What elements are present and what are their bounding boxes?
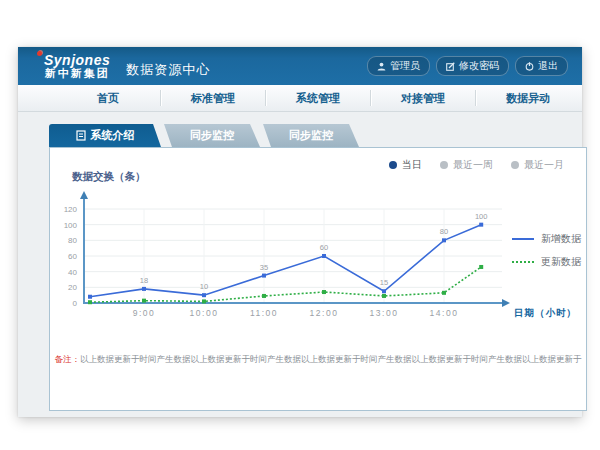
- svg-text:10:00: 10:00: [190, 308, 219, 318]
- logo-text-en: Synjones: [44, 53, 110, 68]
- header-user-actions: 管理员 修改密码 退出: [367, 56, 568, 76]
- svg-text:100: 100: [64, 221, 78, 230]
- svg-text:40: 40: [68, 268, 77, 277]
- app-window: Synjones 新中新集团 数据资源中心 管理员 修改密码 退出: [18, 47, 582, 417]
- blue-line-icon: [512, 238, 534, 240]
- tab-sync-monitor-2[interactable]: 同步监控: [263, 124, 359, 147]
- nav-item-interface-mgmt[interactable]: 对接管理: [371, 85, 475, 111]
- svg-text:18: 18: [140, 276, 148, 285]
- tab-bar: 系统介绍 同步监控 同步监控: [49, 124, 359, 147]
- document-icon: [76, 130, 86, 141]
- footer-note: 备注：以上数据更新于时间产生数据以上数据更新于时间产生数据以上数据更新于时间产生…: [50, 354, 586, 366]
- tab-label: 同步监控: [190, 128, 234, 143]
- content-area: 系统介绍 同步监控 同步监控 当日 最近一周: [18, 112, 582, 417]
- radio-unselected-icon: [511, 161, 519, 169]
- radio-selected-icon: [389, 161, 397, 169]
- power-icon: [525, 62, 534, 71]
- tab-label: 系统介绍: [91, 128, 135, 143]
- admin-user-button[interactable]: 管理员: [367, 56, 430, 76]
- nav-item-data-change[interactable]: 数据异动: [476, 85, 580, 111]
- logout-label: 退出: [538, 59, 558, 73]
- radio-unselected-icon: [440, 161, 448, 169]
- svg-text:日期（小时）: 日期（小时）: [514, 307, 577, 319]
- nav-item-standard-mgmt[interactable]: 标准管理: [161, 85, 265, 111]
- footer-note-text: 以上数据更新于时间产生数据以上数据更新于时间产生数据以上数据更新于时间产生数据以…: [80, 354, 582, 364]
- edit-icon: [446, 62, 455, 71]
- svg-text:60: 60: [68, 252, 77, 261]
- change-password-button[interactable]: 修改密码: [436, 56, 509, 76]
- time-range-filter: 当日 最近一周 最近一月: [389, 158, 564, 172]
- line-chart: 0204060801001209:0010:0011:0012:0013:001…: [50, 182, 588, 327]
- svg-text:120: 120: [64, 205, 78, 214]
- legend-item-new-data: 新增数据: [512, 232, 581, 246]
- tab-system-intro[interactable]: 系统介绍: [49, 124, 161, 147]
- logo-text-cn: 新中新集团: [44, 68, 110, 80]
- change-password-label: 修改密码: [459, 59, 499, 73]
- page-title: 数据资源中心: [126, 61, 210, 79]
- tab-sync-monitor-1[interactable]: 同步监控: [164, 124, 260, 147]
- svg-text:35: 35: [260, 263, 268, 272]
- svg-text:11:00: 11:00: [250, 308, 278, 318]
- chart-card: 当日 最近一周 最近一月 数据交换（条） 0204060801001209:00…: [49, 147, 587, 411]
- brand-logo: Synjones 新中新集团: [44, 53, 110, 79]
- logout-button[interactable]: 退出: [515, 56, 568, 76]
- radio-last-week[interactable]: 最近一周: [440, 158, 493, 172]
- tab-label: 同步监控: [289, 128, 333, 143]
- svg-text:14:00: 14:00: [430, 308, 459, 318]
- svg-text:20: 20: [68, 283, 77, 292]
- legend-label: 更新数据: [541, 255, 581, 269]
- radio-last-month[interactable]: 最近一月: [511, 158, 564, 172]
- svg-text:100: 100: [475, 212, 488, 221]
- nav-item-system-mgmt[interactable]: 系统管理: [266, 85, 370, 111]
- svg-text:60: 60: [320, 243, 328, 252]
- radio-label: 最近一月: [524, 158, 564, 172]
- chart-legend: 新增数据 更新数据: [512, 232, 581, 269]
- user-icon: [377, 62, 386, 71]
- svg-text:0: 0: [73, 299, 78, 308]
- admin-user-label: 管理员: [390, 59, 420, 73]
- legend-item-updated-data: 更新数据: [512, 255, 581, 269]
- green-dotted-line-icon: [512, 261, 534, 263]
- app-header: Synjones 新中新集团 数据资源中心 管理员 修改密码 退出: [18, 47, 582, 85]
- svg-text:12:00: 12:00: [310, 308, 339, 318]
- svg-text:9:00: 9:00: [133, 308, 156, 318]
- svg-text:10: 10: [200, 282, 208, 291]
- footer-note-prefix: 备注：: [55, 354, 81, 364]
- svg-text:15: 15: [380, 278, 388, 287]
- nav-item-home[interactable]: 首页: [56, 85, 160, 111]
- radio-today[interactable]: 当日: [389, 158, 422, 172]
- svg-text:80: 80: [68, 236, 77, 245]
- radio-label: 最近一周: [453, 158, 493, 172]
- logo-spark-icon: [37, 51, 42, 56]
- main-nav: 首页 标准管理 系统管理 对接管理 数据异动: [18, 85, 582, 112]
- radio-label: 当日: [402, 158, 422, 172]
- svg-text:13:00: 13:00: [370, 308, 399, 318]
- svg-text:80: 80: [440, 227, 448, 236]
- legend-label: 新增数据: [541, 232, 581, 246]
